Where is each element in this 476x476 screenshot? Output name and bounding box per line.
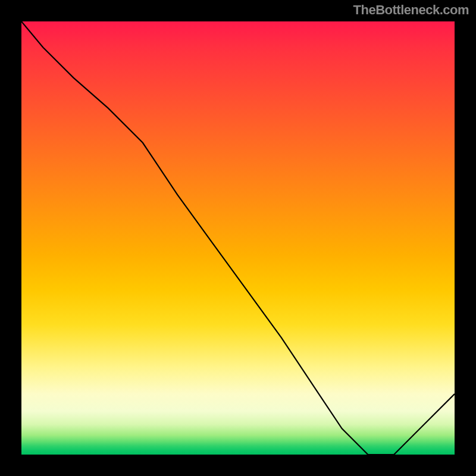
chart-plot-area <box>21 21 455 455</box>
bottleneck-curve <box>21 21 455 455</box>
attribution-text: TheBottleneck.com <box>353 2 469 18</box>
